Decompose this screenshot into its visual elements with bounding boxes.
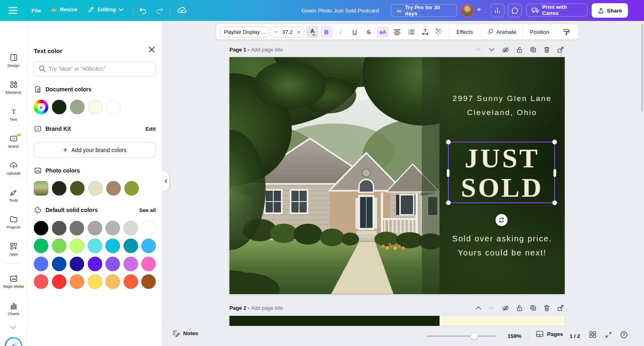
resize-handle-e[interactable]	[553, 169, 556, 177]
undo-button[interactable]	[138, 6, 147, 14]
editing-mode-menu[interactable]: Editing	[88, 6, 124, 13]
color-swatch[interactable]	[52, 257, 66, 271]
main-menu-icon[interactable]	[8, 7, 18, 14]
hide-page-icon[interactable]	[502, 47, 509, 53]
sidebar-item-elements[interactable]: Elements	[0, 80, 27, 100]
move-down-icon[interactable]	[489, 306, 495, 310]
color-swatch[interactable]	[70, 274, 84, 289]
color-swatch[interactable]	[124, 221, 138, 235]
italic-button[interactable]: I	[334, 26, 347, 38]
color-swatch[interactable]	[88, 181, 103, 196]
zoom-slider-knob[interactable]	[471, 332, 478, 340]
page2-title-placeholder[interactable]: Add page title	[251, 305, 283, 311]
font-size-decrease[interactable]: −	[275, 29, 278, 35]
hide-page-icon[interactable]	[502, 305, 509, 311]
color-swatch[interactable]	[70, 221, 84, 235]
color-swatch[interactable]	[124, 181, 139, 196]
bold-button[interactable]: B	[320, 26, 332, 38]
zoom-slider-track[interactable]	[427, 336, 496, 337]
position-button[interactable]: Position	[526, 29, 553, 35]
zoom-level[interactable]: 159%	[508, 333, 522, 339]
tagline-line2[interactable]: Yours could be next!	[440, 248, 565, 257]
resize-handle-sw[interactable]	[446, 200, 451, 205]
color-swatch[interactable]	[34, 221, 48, 235]
delete-page-icon[interactable]	[544, 46, 550, 53]
color-swatch[interactable]	[52, 100, 66, 114]
color-swatch[interactable]	[34, 274, 48, 289]
resize-handle-ne[interactable]	[552, 140, 557, 144]
color-swatch[interactable]	[106, 181, 121, 196]
address-line1[interactable]: 2997 Sunny Glen Lane	[440, 94, 565, 103]
rotate-handle[interactable]	[495, 214, 508, 226]
move-up-icon[interactable]	[475, 306, 481, 310]
add-page-icon[interactable]	[557, 46, 564, 53]
help-button[interactable]: ?	[620, 331, 628, 339]
color-swatch[interactable]	[141, 274, 156, 289]
see-all-link[interactable]: See all	[139, 207, 156, 213]
underline-button[interactable]: U	[349, 26, 361, 38]
collapse-panel-button[interactable]	[162, 171, 169, 191]
color-swatch[interactable]	[88, 239, 102, 253]
color-swatch[interactable]	[88, 100, 103, 114]
page2-canvas[interactable]	[229, 316, 565, 327]
bullet-list-button[interactable]	[405, 26, 417, 38]
color-swatch[interactable]	[70, 100, 85, 114]
comments-button[interactable]	[508, 4, 522, 17]
add-brand-colors-button[interactable]: + Add your brand colors	[34, 142, 156, 158]
color-swatch[interactable]	[141, 239, 156, 253]
close-icon[interactable]	[148, 46, 155, 53]
font-family-selector[interactable]: Playfair Display ...	[220, 27, 268, 37]
add-member-button[interactable]: +	[477, 5, 481, 14]
sidebar-item-tools[interactable]: Tools	[0, 188, 27, 208]
brand-kit-edit-link[interactable]: Edit	[146, 126, 156, 132]
color-swatch[interactable]	[88, 274, 102, 289]
redo-button[interactable]	[155, 6, 164, 14]
more-items-chevron-icon[interactable]	[9, 325, 17, 330]
move-down-icon[interactable]	[489, 48, 495, 51]
insights-button[interactable]	[491, 4, 504, 17]
effects-button[interactable]: Effects	[453, 29, 477, 35]
lock-icon[interactable]	[516, 46, 522, 53]
pages-button[interactable]: Pages	[536, 330, 563, 338]
add-page-icon[interactable]	[557, 305, 564, 311]
color-swatch[interactable]	[88, 221, 102, 235]
color-swatch[interactable]	[52, 181, 66, 196]
selection-box[interactable]	[448, 142, 555, 203]
cloud-saved-icon[interactable]	[177, 6, 187, 14]
letter-spacing-button[interactable]	[419, 26, 431, 38]
resize-menu[interactable]: Resize	[51, 6, 77, 12]
copy-style-button[interactable]	[561, 26, 573, 38]
try-pro-button[interactable]: Try Pro for 30 days	[391, 4, 457, 17]
color-swatch[interactable]	[106, 100, 121, 114]
color-swatch[interactable]	[105, 239, 120, 253]
delete-page-icon[interactable]	[544, 305, 550, 311]
photo-thumbnail[interactable]	[34, 181, 48, 196]
color-swatch[interactable]	[124, 274, 138, 289]
resize-handle-w[interactable]	[447, 169, 450, 177]
color-swatch[interactable]	[124, 257, 138, 271]
font-size-increase[interactable]: +	[297, 29, 300, 35]
share-button[interactable]: Share	[592, 3, 628, 18]
sidebar-item-uploads[interactable]: Uploads	[0, 161, 27, 181]
sidebar-item-magic-media[interactable]: Magic Media	[0, 274, 27, 295]
color-swatch[interactable]	[124, 239, 138, 253]
document-title[interactable]: Green Photo Just Sold Postcard	[280, 8, 400, 14]
add-color-picker[interactable]: +	[34, 100, 48, 114]
scrollbar-thumb[interactable]	[641, 23, 643, 112]
color-swatch[interactable]	[70, 181, 85, 196]
sidebar-item-text[interactable]: T Text	[0, 107, 27, 127]
color-swatch[interactable]	[70, 239, 84, 253]
color-swatch[interactable]	[105, 257, 120, 271]
strikethrough-button[interactable]: S	[363, 26, 375, 38]
address-line2[interactable]: Cleveland, Ohio	[440, 108, 565, 117]
lock-icon[interactable]	[516, 305, 522, 311]
house-photo[interactable]	[229, 57, 440, 294]
color-swatch[interactable]	[52, 221, 66, 235]
notes-button[interactable]: Notes	[172, 330, 198, 337]
color-swatch[interactable]	[70, 257, 84, 271]
sidebar-item-projects[interactable]: Projects	[0, 215, 27, 235]
duplicate-page-icon[interactable]	[530, 46, 537, 53]
print-with-canva-button[interactable]: Print with Canva	[526, 4, 588, 16]
canva-assistant-button[interactable]	[5, 337, 22, 346]
color-swatch[interactable]	[52, 274, 66, 289]
